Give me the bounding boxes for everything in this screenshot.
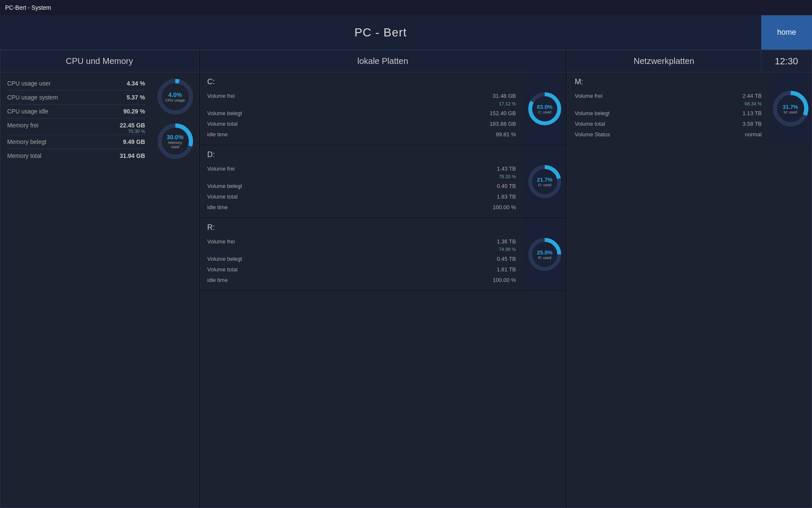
drive-c-section: C: Volume frei 31.48 GB 17.12 % Volume b… bbox=[200, 72, 566, 145]
cpu-gauge: 4.0% CPU usage bbox=[155, 77, 195, 117]
drive-d-gauge: 21.7% D: used bbox=[524, 145, 566, 218]
titlebar-title: PC-Bert - System bbox=[5, 4, 51, 11]
netzwerkplatten-panel: Netzwerkplatten 12:30 M: Volume frei 2.4… bbox=[567, 50, 812, 508]
drive-c-frei: Volume frei 31.48 GB bbox=[207, 91, 516, 101]
drive-m-frei: Volume frei 2.44 TB bbox=[575, 91, 762, 101]
drive-d-total: Volume total 1.83 TB bbox=[207, 191, 516, 202]
drive-d-idle: idle time 100.00 % bbox=[207, 202, 516, 213]
netz-header-row: Netzwerkplatten 12:30 bbox=[567, 50, 812, 72]
drive-d-info: D: Volume frei 1.43 TB 78.33 % Volume be… bbox=[200, 145, 524, 218]
drive-m-info: M: Volume frei 2.44 TB 68.34 % Volume be… bbox=[567, 72, 769, 145]
drive-m-frei-pct: 68.34 % bbox=[575, 101, 762, 108]
drive-r-section: R: Volume frei 1.36 TB 74.99 % Volume be… bbox=[200, 218, 566, 291]
drive-c-frei-pct: 17.12 % bbox=[207, 101, 516, 108]
drive-m-status: Volume Status normal bbox=[575, 129, 762, 140]
titlebar: PC-Bert - System bbox=[0, 0, 812, 15]
drive-r-idle: idle time 100.00 % bbox=[207, 275, 516, 285]
home-button[interactable]: home bbox=[761, 15, 812, 50]
drive-c-gauge: 83.0% C: used bbox=[524, 72, 566, 145]
cpu-memory-panel: CPU und Memory CPU usage user 4.34 % CPU… bbox=[0, 50, 199, 508]
drive-m-donut: 31.7% M: used bbox=[771, 88, 811, 129]
cpu-stats: CPU usage user 4.34 % CPU usage system 5… bbox=[0, 72, 152, 167]
drive-m-section: M: Volume frei 2.44 TB 68.34 % Volume be… bbox=[567, 72, 812, 145]
drive-r-info: R: Volume frei 1.36 TB 74.99 % Volume be… bbox=[200, 218, 524, 290]
drive-d-frei: Volume frei 1.43 TB bbox=[207, 163, 516, 174]
cpu-memory-title: CPU und Memory bbox=[0, 50, 198, 72]
stat-row-cpu-idle: CPU usage idle 90.29 % bbox=[7, 105, 145, 119]
drive-c-idle: idle time 99.81 % bbox=[207, 129, 516, 140]
drive-m-gauge: 31.7% M: used bbox=[769, 72, 812, 145]
main-content: CPU und Memory CPU usage user 4.34 % CPU… bbox=[0, 50, 812, 508]
drive-r-frei-pct: 74.99 % bbox=[207, 247, 516, 254]
clock: 12:30 bbox=[761, 50, 812, 72]
drive-d-section: D: Volume frei 1.43 TB 78.33 % Volume be… bbox=[200, 145, 566, 218]
lokale-drives-list: C: Volume frei 31.48 GB 17.12 % Volume b… bbox=[200, 72, 566, 291]
stat-row-mem-frei: Memory frei 22.45 GB 70.30 % bbox=[7, 119, 145, 135]
lokale-platten-title: lokale Platten bbox=[200, 50, 566, 72]
drive-r-belegt: Volume belegt 0.45 TB bbox=[207, 254, 516, 264]
drive-r-total: Volume total 1.81 TB bbox=[207, 264, 516, 275]
stat-row-mem-belegt: Memory belegt 9.49 GB bbox=[7, 135, 145, 149]
drive-r-gauge: 25.0% R: used bbox=[524, 218, 566, 290]
drive-m-total: Volume total 3.58 TB bbox=[575, 119, 762, 129]
drive-d-belegt: Volume belegt 0.40 TB bbox=[207, 181, 516, 191]
netzwerkplatten-title: Netzwerkplatten bbox=[567, 50, 761, 72]
drive-c-info: C: Volume frei 31.48 GB 17.12 % Volume b… bbox=[200, 72, 524, 145]
drive-c-donut: 83.0% C: used bbox=[526, 90, 563, 127]
stat-row-mem-total: Memory total 31.94 GB bbox=[7, 149, 145, 163]
drive-r-frei: Volume frei 1.36 TB bbox=[207, 236, 516, 247]
drive-c-total: Volume total 183.88 GB bbox=[207, 119, 516, 129]
header: PC - Bert home bbox=[0, 15, 812, 50]
cpu-gauges: 4.0% CPU usage 30.0% Memory used bbox=[152, 72, 198, 167]
header-title: PC - Bert bbox=[0, 15, 761, 50]
cpu-panel-content: CPU usage user 4.34 % CPU usage system 5… bbox=[0, 72, 198, 167]
memory-gauge: 30.0% Memory used bbox=[155, 121, 195, 161]
lokale-platten-panel: lokale Platten C: Volume frei 31.48 GB 1… bbox=[199, 50, 567, 508]
drive-r-donut: 25.0% R: used bbox=[526, 236, 563, 273]
drive-c-belegt: Volume belegt 152.40 GB bbox=[207, 108, 516, 119]
drive-d-frei-pct: 78.33 % bbox=[207, 174, 516, 181]
drive-m-belegt: Volume belegt 1.13 TB bbox=[575, 108, 762, 119]
drive-d-donut: 21.7% D: used bbox=[526, 163, 563, 200]
stat-row-cpu-user: CPU usage user 4.34 % bbox=[7, 77, 145, 91]
stat-row-cpu-system: CPU usage system 5.37 % bbox=[7, 91, 145, 105]
